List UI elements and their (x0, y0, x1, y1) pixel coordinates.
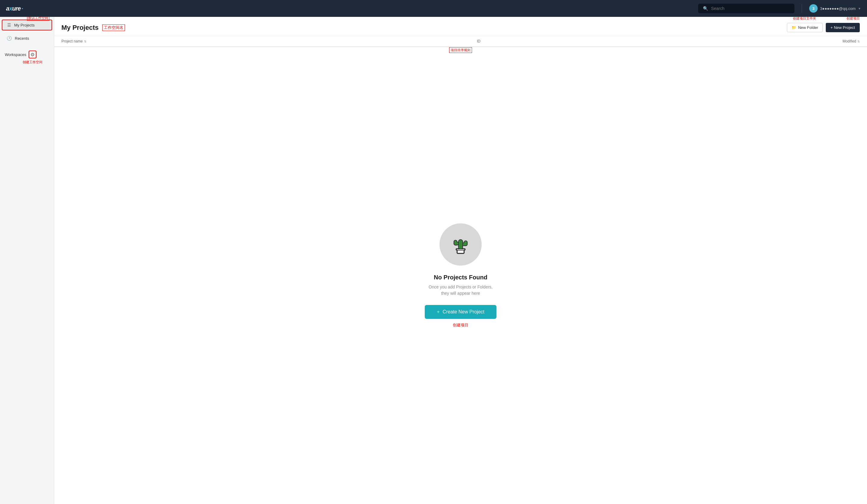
svg-rect-11 (464, 241, 467, 245)
search-icon: 🔍 (703, 6, 708, 11)
table-header: Project name ⇅ ID Modified ⇅ 项目排序规则 (54, 36, 867, 47)
page-title: My Projects (61, 24, 99, 32)
default-workspace-annotation: 默认工作空间 (27, 17, 50, 21)
folder-icon: 📁 (791, 25, 796, 30)
new-project-label: + New Project (831, 25, 855, 30)
topnav: axure · 🔍 3 3●●●●●●●@qq.com ▼ (0, 0, 867, 17)
logo-text: axure (6, 5, 21, 12)
new-folder-annotation: 创建项目文件夹 (793, 17, 816, 21)
logo-dot: · (21, 5, 23, 12)
create-workspace-annotation: 创建工作空间 (23, 60, 42, 64)
empty-subtitle: Once you add Projects or Folders, they w… (429, 284, 493, 297)
user-badge: 3 (809, 4, 817, 13)
plus-icon: + (437, 309, 440, 315)
clock-icon: 🕐 (7, 36, 12, 41)
cactus-icon (450, 234, 471, 255)
empty-state: No Projects Found Once you add Projects … (54, 47, 867, 504)
new-project-button[interactable]: + New Project (826, 23, 860, 32)
col-modified-label: Modified (843, 39, 856, 43)
sort-icon-modified: ⇅ (857, 40, 860, 43)
svg-rect-13 (456, 249, 465, 250)
col-id-label: ID (477, 39, 480, 43)
user-email: 3●●●●●●●@qq.com (820, 6, 856, 11)
col-modified[interactable]: Modified ⇅ (800, 39, 860, 43)
chevron-down-icon: ▼ (858, 7, 861, 10)
content-area: My Projects 工作空间名 创建项目文件夹 创建项目 📁 New Fol… (54, 17, 867, 504)
sort-icon-project-name: ⇅ (84, 40, 86, 43)
create-project-label: Create New Project (442, 309, 484, 315)
sidebar-item-my-projects[interactable]: ☰ My Projects (2, 20, 52, 30)
svg-rect-9 (454, 240, 457, 245)
svg-rect-7 (459, 240, 462, 249)
sort-annotation: 项目排序规则 (449, 47, 472, 53)
create-project-annotation: 创建项目 (453, 322, 469, 328)
content-header: My Projects 工作空间名 创建项目文件夹 创建项目 📁 New Fol… (54, 17, 867, 36)
add-workspace-button[interactable]: ⚙ (29, 51, 36, 58)
nav-divider (802, 4, 802, 13)
content-title-area: My Projects 工作空间名 (61, 24, 125, 32)
logo-ure: ure (12, 5, 21, 12)
header-actions: 创建项目文件夹 创建项目 📁 New Folder + New Project (787, 23, 860, 32)
user-info[interactable]: 3 3●●●●●●●@qq.com ▼ (809, 4, 861, 13)
sidebar: ☰ My Projects 默认工作空间 🕐 Recents Workspace… (0, 17, 54, 504)
create-new-project-button[interactable]: + Create New Project (425, 305, 496, 319)
sidebar-item-recents[interactable]: 🕐 Recents (2, 33, 52, 43)
logo-x: x (9, 5, 12, 12)
sidebar-recents-label: Recents (15, 36, 29, 41)
search-bar[interactable]: 🔍 (698, 4, 794, 13)
col-id: ID (158, 39, 800, 43)
empty-title: No Projects Found (434, 274, 488, 281)
search-input[interactable] (711, 6, 790, 11)
workspaces-label: Workspaces (5, 52, 26, 57)
col-project-name-label: Project name (61, 39, 83, 43)
new-folder-label: New Folder (798, 25, 818, 30)
workspace-name-annotation: 工作空间名 (103, 24, 125, 31)
col-project-name[interactable]: Project name ⇅ (61, 39, 158, 43)
new-folder-button[interactable]: 📁 New Folder (787, 23, 822, 32)
workspaces-row: Workspaces ⚙ 创建工作空间 (0, 48, 54, 61)
logo: axure · (6, 5, 23, 12)
gear-icon: ⚙ (30, 52, 35, 57)
sidebar-my-projects-label: My Projects (14, 23, 35, 28)
main-layout: ☰ My Projects 默认工作空间 🕐 Recents Workspace… (0, 17, 867, 504)
menu-icon: ☰ (7, 23, 11, 28)
logo-a: a (6, 5, 9, 12)
new-project-annotation: 创建项目 (846, 17, 860, 21)
cactus-illustration (440, 223, 482, 266)
